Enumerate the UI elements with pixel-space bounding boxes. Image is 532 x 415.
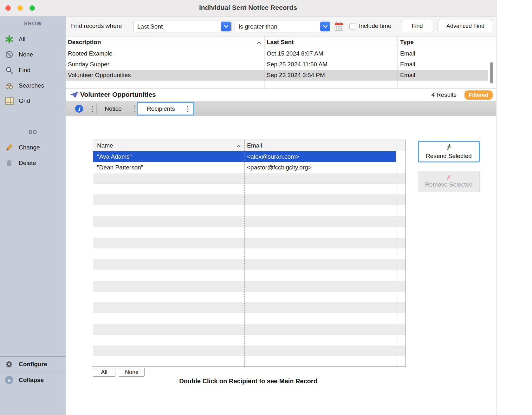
recipient-row[interactable]: "Dean Patterson" <pastor@fccbigcity.org>	[93, 162, 405, 173]
calendar-icon[interactable]	[334, 22, 344, 31]
sidebar-item-configure[interactable]: Configure	[0, 359, 66, 370]
column-header-description[interactable]: Description	[66, 36, 264, 48]
include-time-label: Include time	[359, 23, 391, 30]
window-title: Individual Sent Notice Records	[0, 4, 496, 11]
sidebar-section-do: DO	[0, 129, 66, 135]
chevron-down-icon	[221, 22, 231, 31]
results-count: 4 Results	[431, 91, 457, 98]
tab-bar: i ⋮ Notice ⋮ Recipients ⋮	[66, 102, 496, 116]
remove-selected-button[interactable]: ✗ Remove Selected	[418, 171, 480, 192]
sidebar-item-grid[interactable]: Grid	[0, 95, 66, 107]
records-table-header: Description Last Sent Type	[66, 36, 496, 48]
gear-icon	[4, 359, 14, 369]
sidebar-section-show: SHOW	[0, 21, 66, 27]
records-table: Description Last Sent Type Rooted Exampl…	[66, 36, 496, 89]
sidebar-item-none[interactable]: None	[0, 49, 66, 60]
record-row-selected[interactable]: Volunteer Opportunities Sep 23 2024 3:54…	[66, 70, 488, 81]
find-records-where-label: Find records where	[70, 23, 122, 30]
field-dropdown-value: Last Sent	[133, 23, 221, 30]
app-window: Individual Sent Notice Records SHOW All …	[0, 0, 496, 415]
trash-icon	[4, 158, 14, 168]
sort-asc-icon	[257, 39, 261, 46]
filtered-badge[interactable]: Filtered	[464, 90, 493, 100]
detail-title: Volunteer Opportunities	[80, 91, 156, 98]
column-divider	[396, 140, 396, 366]
detail-header: Volunteer Opportunities 4 Results Filter…	[66, 89, 496, 102]
sidebar-item-all[interactable]: All	[0, 34, 66, 45]
footer-hint: Double Click on Recipient to see Main Re…	[0, 378, 496, 385]
magnifier-icon	[4, 65, 14, 75]
none-icon	[4, 50, 14, 59]
sort-asc-icon	[237, 142, 241, 149]
empty-rows	[93, 173, 405, 366]
sidebar-divider	[0, 356, 66, 357]
record-row[interactable]: Rooted Example Oct 15 2024 8:07 AM Email	[66, 48, 488, 59]
operator-dropdown[interactable]: is greater than	[235, 21, 331, 32]
overflow-menu-icon[interactable]: ⋮	[184, 105, 191, 113]
main-area: Find records where Last Sent is greater …	[66, 16, 496, 415]
grid-icon	[4, 96, 14, 106]
recipients-table: Name Email "Ava Adams" <alex@suran.com> …	[93, 140, 406, 367]
paper-plane-icon	[70, 91, 79, 100]
field-dropdown[interactable]: Last Sent	[133, 21, 232, 32]
operator-dropdown-value: is greater than	[235, 23, 320, 30]
tab-recipients[interactable]: Recipients ⋮	[137, 102, 194, 115]
column-header-last-sent[interactable]: Last Sent	[264, 36, 398, 48]
sidebar-divider	[0, 372, 66, 372]
record-row[interactable]: Sunday Supper Sep 25 2024 11:50 AM Email	[66, 59, 488, 70]
select-all-button[interactable]: All	[93, 368, 115, 377]
column-divider	[244, 140, 245, 366]
pencil-icon	[4, 143, 14, 152]
tab-notice[interactable]: Notice	[105, 105, 122, 112]
select-none-button[interactable]: None	[119, 368, 145, 377]
titlebar: Individual Sent Notice Records	[0, 0, 496, 16]
runner-icon	[446, 144, 452, 152]
column-divider	[398, 36, 398, 89]
column-header-name[interactable]: Name	[93, 140, 244, 151]
sidebar-item-searches[interactable]: Searches	[0, 80, 66, 91]
overflow-menu-icon[interactable]: ⋮	[89, 105, 96, 113]
sidebar: SHOW All None Find Searches	[0, 16, 66, 415]
resend-selected-button[interactable]: Resend Selected	[418, 141, 480, 162]
sidebar-item-find[interactable]: Find	[0, 64, 66, 76]
find-bar: Find records where Last Sent is greater …	[66, 16, 496, 36]
sidebar-item-change[interactable]: Change	[0, 142, 66, 153]
scrollbar-thumb[interactable]	[490, 62, 493, 83]
info-icon[interactable]: i	[75, 105, 83, 113]
find-button[interactable]: Find	[401, 20, 433, 32]
column-header-type[interactable]: Type	[398, 36, 488, 48]
x-icon: ✗	[446, 175, 452, 181]
column-header-email[interactable]: Email	[244, 140, 405, 151]
include-time-checkbox[interactable]	[349, 23, 356, 30]
sidebar-item-delete[interactable]: Delete	[0, 157, 66, 169]
recipients-table-header: Name Email	[93, 140, 405, 151]
column-divider	[264, 36, 264, 89]
segment-divider	[96, 103, 97, 114]
binoculars-icon	[4, 81, 14, 90]
asterisk-icon	[4, 35, 14, 44]
chevron-down-icon	[320, 22, 330, 31]
advanced-find-button[interactable]: Advanced Find	[438, 20, 493, 32]
